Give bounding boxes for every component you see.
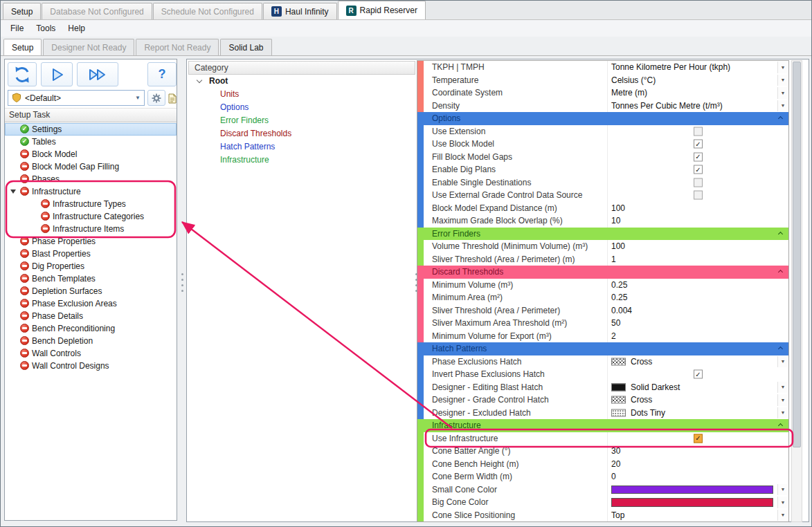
window-tab-rapid-reserver[interactable]: R Rapid Reserver	[338, 1, 426, 19]
menu-help[interactable]: Help	[62, 21, 91, 36]
setup-task-phase-properties[interactable]: Phase Properties	[5, 235, 177, 248]
dropdown-arrow-icon[interactable]: ▼	[777, 510, 788, 521]
property-row-minimum-volume-m[interactable]: Minimum Volume (m³)0.25	[417, 279, 788, 293]
setup-task-phases[interactable]: Phases	[5, 173, 177, 185]
help-button[interactable]: ?	[147, 62, 177, 86]
setup-task-phase-details[interactable]: Phase Details	[5, 310, 177, 322]
property-row-density[interactable]: DensityTonnes Per Cubic Metre (t/m³)▼	[417, 100, 788, 113]
setup-task-block-model[interactable]: Block Model	[5, 148, 177, 160]
property-row-cone-batter-angle[interactable]: Cone Batter Angle (°)30	[417, 445, 788, 459]
notes-button[interactable]	[167, 91, 178, 105]
panel-splitter[interactable]	[179, 59, 186, 521]
property-row-coordinate-system[interactable]: Coordinate SystemMetre (m)▼	[417, 86, 788, 100]
menu-tools[interactable]: Tools	[30, 21, 62, 36]
checkbox[interactable]: ✓	[694, 370, 703, 379]
property-row-enable-single-destinations[interactable]: Enable Single Destinations	[417, 176, 788, 190]
setup-task-dig-properties[interactable]: Dig Properties	[5, 260, 177, 272]
checkbox[interactable]: ✓	[694, 165, 703, 174]
tree-expander-icon[interactable]	[10, 189, 16, 194]
property-row-tkph-tmph[interactable]: TKPH | TMPHTonne Kilometre Per Hour (tkp…	[417, 61, 788, 75]
setup-task-bench-preconditioning[interactable]: Bench Preconditioning	[5, 322, 177, 335]
property-row-invert-phase-exclusions-hatch[interactable]: Invert Phase Exclusions Hatch✓	[417, 368, 788, 382]
property-row-cone-berm-width-m[interactable]: Cone Berm Width (m)0	[417, 470, 788, 484]
property-row-temperature[interactable]: TemperatureCelsius (°C)▼	[417, 74, 788, 88]
property-row-minimum-volume-for-export-m[interactable]: Minimum Volume for Export (m³)2	[417, 330, 788, 344]
collapse-chevron-icon[interactable]	[778, 423, 783, 428]
property-row-sliver-threshold-area-perimeter-m[interactable]: Sliver Threshold (Area / Perimeter) (m)1	[417, 253, 788, 267]
setup-task-tables[interactable]: ✓Tables	[5, 136, 177, 148]
vertical-scrollbar[interactable]	[791, 60, 802, 522]
setup-task-settings[interactable]: ✓Settings	[5, 123, 177, 136]
category-item-units[interactable]: Units	[188, 88, 415, 101]
dropdown-arrow-icon[interactable]: ▼	[777, 497, 788, 508]
property-row-use-external-grade-control-data-source[interactable]: Use External Grade Control Data Source	[417, 189, 788, 203]
property-row-big-cone-color[interactable]: Big Cone Color▼	[417, 496, 788, 510]
run-button[interactable]	[41, 62, 73, 86]
profile-dropdown[interactable]: <Default> ▼	[8, 90, 145, 106]
dropdown-arrow-icon[interactable]: ▼	[777, 484, 788, 496]
setup-task-block-model-gap-filling[interactable]: Block Model Gap Filling	[5, 160, 177, 173]
property-row-minimum-area-m[interactable]: Minimum Area (m²)0.25	[417, 291, 788, 305]
run-all-button[interactable]	[77, 62, 118, 86]
setup-task-wall-control-designs[interactable]: Wall Control Designs	[5, 360, 177, 372]
doc-tab-solid-lab[interactable]: Solid Lab	[220, 39, 271, 55]
collapse-chevron-icon[interactable]	[778, 231, 783, 236]
property-row-use-infrastructure[interactable]: Use Infrastructure✓	[417, 432, 788, 446]
menu-file[interactable]: File	[4, 21, 30, 36]
property-row-volume-threshold-minimum-volume-m[interactable]: Volume Threshold (Minimum Volume) (m³)10…	[417, 240, 788, 254]
property-row-enable-dig-plans[interactable]: Enable Dig Plans✓	[417, 163, 788, 177]
checkbox[interactable]	[694, 127, 703, 136]
dropdown-arrow-icon[interactable]: ▼	[777, 62, 788, 73]
setup-task-infrastructure-items[interactable]: Infrastructure Items	[5, 223, 177, 235]
category-item-root[interactable]: Root	[188, 75, 415, 88]
category-item-hatch-patterns[interactable]: Hatch Patterns	[188, 140, 415, 154]
doc-tab-setup[interactable]: Setup	[3, 39, 42, 55]
checkbox[interactable]	[694, 178, 703, 187]
window-tab-setup[interactable]: Setup	[3, 3, 41, 19]
dropdown-arrow-icon[interactable]: ▼	[777, 382, 788, 394]
setup-task-bench-depletion[interactable]: Bench Depletion	[5, 335, 177, 347]
dropdown-arrow-icon[interactable]: ▼	[777, 356, 788, 368]
scrollbar-thumb[interactable]	[793, 62, 801, 447]
setup-task-phase-exclusion-areas[interactable]: Phase Exclusion Areas	[5, 297, 177, 310]
tree-expander-icon[interactable]	[197, 77, 202, 83]
category-item-infrastructure[interactable]: Infrastructure	[188, 154, 415, 167]
dropdown-arrow-icon[interactable]: ▼	[777, 394, 788, 406]
setup-task-bench-templates[interactable]: Bench Templates	[5, 272, 177, 285]
property-row-cone-slice-positioning[interactable]: Cone Slice PositioningTop▼	[417, 509, 788, 523]
setup-task-infrastructure-categories[interactable]: Infrastructure Categories	[5, 210, 177, 223]
collapse-chevron-icon[interactable]	[778, 346, 783, 351]
property-row-designer-grade-control-hatch[interactable]: Designer - Grade Control HatchCross▼	[417, 394, 788, 407]
tree-grid-splitter[interactable]	[413, 59, 420, 521]
property-row-fill-block-model-gaps[interactable]: Fill Block Model Gaps✓	[417, 151, 788, 165]
property-row-use-block-model[interactable]: Use Block Model✓	[417, 138, 788, 151]
collapse-chevron-icon[interactable]	[778, 116, 783, 121]
color-swatch[interactable]	[611, 498, 773, 507]
category-item-options[interactable]: Options	[188, 101, 415, 114]
property-row-small-cone-color[interactable]: Small Cone Color▼	[417, 483, 788, 497]
property-row-cone-bench-height-m[interactable]: Cone Bench Height (m)20	[417, 458, 788, 472]
window-tab-haul-infinity[interactable]: H Haul Infinity	[263, 3, 337, 19]
property-row-maximum-grade-block-overlap[interactable]: Maximum Grade Block Overlap (%)10	[417, 214, 788, 228]
checkbox[interactable]	[694, 191, 703, 200]
checkbox[interactable]: ✓	[694, 434, 703, 443]
property-row-phase-exclusions-hatch[interactable]: Phase Exclusions HatchCross▼	[417, 355, 788, 369]
category-item-discard-thresholds[interactable]: Discard Thresholds	[188, 127, 415, 140]
property-row-use-extension[interactable]: Use Extension	[417, 125, 788, 139]
property-row-sliver-threshold-area-perimeter[interactable]: Sliver Threshold (Area / Perimeter)0.004	[417, 304, 788, 318]
setup-task-infrastructure[interactable]: Infrastructure	[5, 185, 177, 198]
property-row-designer-excluded-hatch[interactable]: Designer - Excluded HatchDots Tiny▼	[417, 407, 788, 420]
category-item-error-finders[interactable]: Error Finders	[188, 114, 415, 127]
property-row-designer-editing-blast-hatch[interactable]: Designer - Editing Blast HatchSolid Dark…	[417, 381, 788, 395]
dropdown-arrow-icon[interactable]: ▼	[777, 407, 788, 419]
checkbox[interactable]: ✓	[694, 140, 703, 149]
refresh-button[interactable]	[8, 62, 37, 86]
color-swatch[interactable]	[611, 486, 773, 494]
dropdown-arrow-icon[interactable]: ▼	[777, 75, 788, 86]
setup-task-wall-controls[interactable]: Wall Controls	[5, 347, 177, 360]
collapse-chevron-icon[interactable]	[778, 270, 783, 275]
setup-task-infrastructure-types[interactable]: Infrastructure Types	[5, 198, 177, 210]
setup-task-blast-properties[interactable]: Blast Properties	[5, 248, 177, 260]
settings-gear-button[interactable]	[147, 90, 165, 106]
dropdown-arrow-icon[interactable]: ▼	[777, 87, 788, 99]
